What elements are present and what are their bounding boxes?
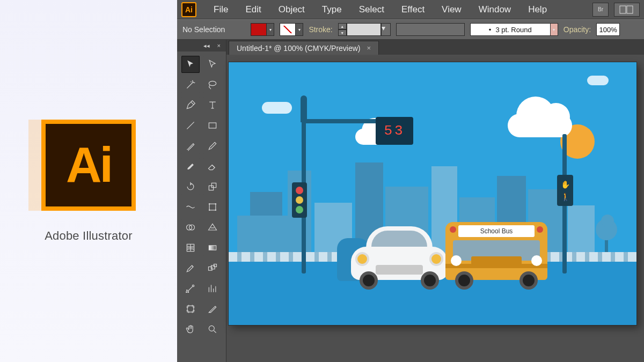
menu-effect[interactable]: Effect (394, 1, 432, 18)
menu-select[interactable]: Select (352, 1, 392, 18)
artboard[interactable]: 53 ✋🚶 (229, 62, 636, 325)
menu-help[interactable]: Help (521, 1, 554, 18)
product-name: Adobe Illustrator (45, 229, 133, 243)
svg-rect-3 (209, 123, 216, 128)
document-tab-title: Untitled-1* @ 100% (CMYK/Preview) (237, 44, 361, 53)
close-tab-icon[interactable]: × (367, 44, 371, 52)
tool-perspective-grid[interactable] (203, 219, 222, 236)
tool-zoom[interactable] (203, 321, 222, 338)
tool-scale[interactable] (203, 178, 222, 195)
tool-lasso[interactable] (203, 76, 222, 93)
bridge-button[interactable]: Br (592, 3, 609, 17)
document-tab[interactable]: Untitled-1* @ 100% (CMYK/Preview) × (229, 41, 379, 55)
artwork-cloud (508, 114, 572, 137)
artwork-cloud (587, 76, 609, 85)
tool-gradient[interactable] (203, 239, 222, 256)
arrange-documents-button[interactable] (614, 3, 640, 17)
canvas-viewport[interactable]: 53 ✋🚶 (226, 55, 644, 362)
arrange-documents-icon (619, 5, 634, 14)
artwork-cloud (262, 102, 292, 114)
svg-rect-6 (209, 204, 216, 210)
workspace: ◂◂ × (177, 40, 644, 362)
menu-bar: Ai File Edit Object Type Select Effect V… (177, 0, 644, 19)
svg-point-9 (208, 210, 210, 211)
tool-magic-wand[interactable] (181, 76, 200, 93)
tool-hand[interactable] (181, 321, 200, 338)
menu-view[interactable]: View (434, 1, 469, 18)
tool-symbol-sprayer[interactable] (181, 280, 200, 297)
tool-type[interactable] (203, 97, 222, 114)
chevron-down-icon: ▾ (267, 23, 274, 36)
stepper-up-icon[interactable]: ▲ (338, 23, 347, 29)
svg-rect-14 (209, 246, 216, 250)
product-logo-text: Ai (66, 137, 111, 193)
svg-point-7 (208, 203, 210, 205)
opacity-label: Opacity: (564, 25, 591, 34)
collapse-panel-icon[interactable]: ◂◂ (203, 42, 210, 49)
chevron-down-icon: ▾ (296, 23, 303, 36)
svg-point-8 (215, 203, 216, 205)
menu-edit[interactable]: Edit (238, 1, 268, 18)
svg-point-18 (192, 285, 194, 286)
chevron-down-icon[interactable]: ▾ (381, 23, 391, 36)
tool-line-segment[interactable] (181, 117, 200, 134)
tools-panel-header: ◂◂ × (177, 40, 226, 51)
stroke-color-control[interactable]: ▾ (280, 23, 303, 36)
fill-swatch-icon (251, 23, 267, 36)
tool-slice[interactable] (203, 300, 222, 317)
stepper-down-icon[interactable]: ▼ (338, 29, 347, 36)
app-badge-icon: Ai (181, 2, 196, 17)
tool-blend[interactable] (203, 260, 222, 277)
artwork-billboard (237, 216, 296, 252)
artwork-tree (595, 217, 618, 256)
artwork-bus-sign: School Bus (458, 225, 535, 237)
tool-rectangle[interactable] (203, 117, 222, 134)
tool-rotate[interactable] (181, 178, 200, 195)
svg-rect-5 (211, 183, 216, 187)
artwork-countdown-timer: 53 (376, 117, 413, 145)
tool-mesh[interactable] (181, 239, 200, 256)
tool-pencil[interactable] (203, 137, 222, 154)
variable-width-profile-dropdown[interactable] (396, 23, 465, 36)
opacity-field[interactable]: 100% (596, 23, 620, 36)
chevron-down-icon: ▾ (551, 23, 558, 36)
stroke-swatch-none-icon (280, 23, 296, 36)
close-panel-icon[interactable]: × (217, 42, 221, 49)
tool-shape-builder[interactable] (181, 219, 200, 236)
tool-width[interactable] (181, 198, 200, 216)
artwork-pedestrian-signal: ✋🚶 (557, 175, 573, 206)
svg-rect-4 (209, 186, 213, 190)
svg-point-20 (188, 292, 189, 293)
menu-file[interactable]: File (206, 1, 236, 18)
tool-selection[interactable] (181, 56, 200, 73)
document-tab-bar: Untitled-1* @ 100% (CMYK/Preview) × (226, 40, 644, 55)
menu-type[interactable]: Type (314, 1, 349, 18)
tool-free-transform[interactable] (203, 198, 222, 216)
tool-eyedropper[interactable] (181, 260, 200, 277)
svg-rect-0 (620, 6, 626, 13)
artwork-traffic-light (292, 182, 307, 218)
promo-panel: Ai Adobe Illustrator (0, 0, 177, 362)
tool-eraser[interactable] (203, 158, 222, 175)
svg-point-19 (187, 290, 188, 291)
tool-paintbrush[interactable] (181, 137, 200, 154)
tool-artboard[interactable] (181, 300, 200, 317)
tool-blob-brush[interactable] (181, 158, 200, 175)
svg-rect-15 (208, 267, 212, 271)
brush-definition-dropdown[interactable]: • 3 pt. Round ▾ (470, 23, 558, 36)
menu-window[interactable]: Window (471, 1, 518, 18)
product-logo: Ai (41, 120, 136, 211)
stroke-weight-label: Stroke: (309, 25, 332, 34)
stroke-weight-stepper[interactable]: ▲▼ ▾ (338, 23, 391, 36)
tool-direct-selection[interactable] (203, 56, 222, 73)
document-area: Untitled-1* @ 100% (CMYK/Preview) × (226, 40, 644, 362)
tools-panel: ◂◂ × (177, 40, 226, 362)
fill-color-control[interactable]: ▾ (251, 23, 274, 36)
tool-pen[interactable] (181, 97, 200, 114)
tool-column-graph[interactable] (203, 280, 222, 297)
svg-point-23 (209, 326, 214, 331)
menu-object[interactable]: Object (271, 1, 312, 18)
stroke-weight-field[interactable] (347, 23, 381, 36)
svg-point-21 (186, 292, 187, 293)
control-bar: No Selection ▾ ▾ Stroke: ▲▼ ▾ • 3 pt. Ro… (177, 19, 644, 40)
